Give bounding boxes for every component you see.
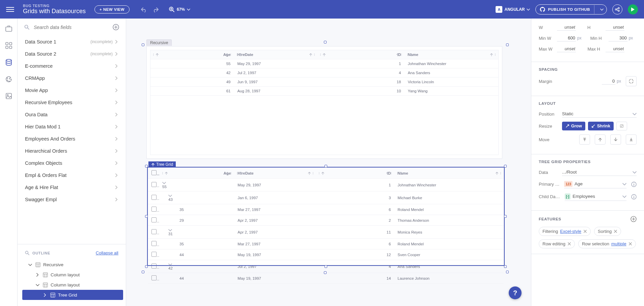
framework-selector[interactable]: A ANGULAR bbox=[496, 6, 530, 13]
chevron-right-icon bbox=[115, 185, 118, 189]
share-button[interactable] bbox=[612, 4, 622, 14]
datasource-item[interactable]: Movie App bbox=[18, 84, 126, 96]
row-checkbox[interactable] bbox=[151, 241, 157, 246]
publish-dropdown[interactable] bbox=[598, 8, 605, 11]
table-row[interactable]: 35 Mar 27, 19976Roland Mendel bbox=[148, 204, 504, 215]
margin-input[interactable] bbox=[602, 78, 615, 85]
move-down-button[interactable] bbox=[610, 134, 621, 145]
max-width-input[interactable] bbox=[557, 45, 576, 52]
datasource-item[interactable]: Employees And Orders bbox=[18, 133, 126, 145]
table-row[interactable]: 42Jul 2, 19974Ana Sanders bbox=[150, 68, 498, 78]
feature-chip[interactable]: Sorting bbox=[594, 227, 621, 236]
height-input[interactable] bbox=[606, 24, 624, 31]
position-select[interactable]: Static bbox=[562, 110, 637, 118]
margin-edit-button[interactable] bbox=[626, 76, 637, 86]
feature-chip[interactable]: FilteringExcel-style bbox=[539, 227, 591, 236]
resize-edit-button[interactable] bbox=[616, 122, 627, 130]
chip-remove[interactable] bbox=[583, 230, 587, 233]
datasource-item[interactable]: Hierarchical Orders bbox=[18, 145, 126, 157]
info-icon[interactable] bbox=[631, 182, 637, 187]
design-canvas[interactable]: Recursive Age HireDate ID Name 55May 29,… bbox=[126, 19, 531, 306]
min-height-input[interactable] bbox=[609, 35, 627, 41]
redo-icon[interactable] bbox=[152, 5, 161, 14]
publish-button[interactable]: PUBLISH TO GITHUB bbox=[535, 4, 607, 14]
datasource-item[interactable]: E-commerce bbox=[18, 60, 126, 72]
preview-button[interactable] bbox=[628, 4, 638, 14]
primary-key-select[interactable]: 123Age bbox=[564, 180, 626, 188]
search-icon bbox=[25, 251, 30, 255]
table-row[interactable]: 42 Jul 2, 19974Ana Sanders bbox=[148, 260, 504, 273]
datasource-item[interactable]: Empl & Orders Flat bbox=[18, 169, 126, 181]
feature-chip[interactable]: Row editing bbox=[539, 239, 575, 248]
chip-remove[interactable] bbox=[628, 242, 632, 246]
toolbox-icon[interactable] bbox=[5, 25, 13, 33]
assets-icon[interactable] bbox=[5, 92, 13, 100]
row-checkbox[interactable] bbox=[151, 182, 157, 187]
datasource-item[interactable]: Complex Objects bbox=[18, 157, 126, 169]
theme-icon[interactable] bbox=[5, 75, 13, 83]
components-icon[interactable] bbox=[5, 41, 13, 50]
selection-tag[interactable]: Tree Grid bbox=[148, 161, 176, 167]
svg-point-17 bbox=[7, 80, 8, 81]
github-icon bbox=[540, 7, 545, 12]
data-icon[interactable] bbox=[5, 58, 13, 66]
row-checkbox[interactable] bbox=[151, 252, 157, 257]
grid-recursive[interactable]: Age HireDate ID Name 55May 29, 19971John… bbox=[146, 46, 502, 159]
datasource-item[interactable]: Data Source 1(incomplete) bbox=[18, 36, 126, 48]
datasource-item[interactable]: Swagger Empl bbox=[18, 193, 126, 206]
child-data-select[interactable]: [·]Employees bbox=[565, 192, 626, 201]
min-width-input[interactable] bbox=[557, 35, 576, 41]
add-feature-button[interactable] bbox=[631, 216, 637, 222]
table-row[interactable]: 55 May 29, 19971Johnathan Winchester bbox=[148, 179, 504, 191]
feature-chip[interactable]: Row selectionmultiple bbox=[578, 239, 636, 248]
datasource-item[interactable]: Hier Data Mod 1 bbox=[18, 121, 126, 133]
new-view-button[interactable]: + NEW VIEW bbox=[94, 5, 130, 13]
chip-remove[interactable] bbox=[567, 242, 571, 246]
row-checkbox[interactable] bbox=[151, 195, 157, 200]
table-row[interactable]: 43 Jan 6, 19973Michael Burke bbox=[148, 191, 504, 204]
undo-icon[interactable] bbox=[139, 5, 148, 14]
table-row[interactable]: 44 May 19, 199714Laurence Johnson bbox=[148, 273, 504, 284]
table-row[interactable]: 49Jun 9, 199718Victoria Lincoln bbox=[150, 78, 498, 87]
move-bottom-button[interactable] bbox=[626, 134, 637, 145]
search-input[interactable] bbox=[33, 24, 109, 30]
outline-title: OUTLINE bbox=[32, 251, 96, 255]
datasource-item[interactable]: CRMApp bbox=[18, 72, 126, 84]
row-checkbox[interactable] bbox=[151, 229, 157, 234]
row-checkbox[interactable] bbox=[151, 264, 157, 269]
title-block: BUG TESTING Grids with Datasources bbox=[23, 4, 86, 15]
table-row[interactable]: 29 Apr 2, 19972Thomas Anderson bbox=[148, 215, 504, 226]
chip-remove[interactable] bbox=[614, 230, 617, 233]
datasource-item[interactable]: Age & Hire Flat bbox=[18, 181, 126, 193]
row-checkbox[interactable] bbox=[151, 275, 157, 280]
info-icon[interactable] bbox=[631, 194, 637, 200]
datasource-item[interactable]: Recursive Employees bbox=[18, 96, 126, 109]
move-up-button[interactable] bbox=[595, 134, 606, 145]
view-tag-recursive[interactable]: Recursive bbox=[146, 39, 172, 46]
datasource-item[interactable]: Oura Data bbox=[18, 109, 126, 121]
add-datasource-button[interactable] bbox=[113, 24, 119, 30]
help-fab[interactable]: ? bbox=[509, 286, 522, 299]
collapse-all-link[interactable]: Collapse all bbox=[96, 250, 118, 255]
move-top-button[interactable] bbox=[579, 134, 590, 145]
table-row[interactable]: 35 Mar 27, 19976Roland Mendel bbox=[148, 239, 504, 249]
table-row[interactable]: 55May 29, 19971Johnathan Winchester bbox=[150, 59, 498, 68]
outline-node[interactable]: Recursive bbox=[22, 259, 123, 270]
table-row[interactable]: 44 May 19, 199712Sven Cooper bbox=[148, 249, 504, 260]
data-select[interactable]: .../Root bbox=[562, 169, 637, 176]
grow-button[interactable]: Grow bbox=[562, 122, 585, 130]
tree-grid-component[interactable]: Age HireDate ID Name 55 May 29, 19971Joh… bbox=[148, 167, 504, 265]
zoom-control[interactable]: 67% bbox=[169, 6, 190, 12]
menu-icon[interactable] bbox=[6, 7, 14, 12]
row-checkbox[interactable] bbox=[151, 207, 157, 212]
row-checkbox[interactable] bbox=[151, 217, 157, 222]
table-row[interactable]: 61Aug 28, 199710Yang Wang bbox=[150, 87, 498, 96]
datasource-item[interactable]: Data Source 2(incomplete) bbox=[18, 48, 126, 60]
outline-node[interactable]: Tree Grid bbox=[22, 290, 123, 300]
max-height-input[interactable] bbox=[606, 45, 624, 52]
width-input[interactable] bbox=[557, 24, 576, 31]
table-row[interactable]: 31 Apr 2, 199711Monica Reyes bbox=[148, 226, 504, 239]
outline-node[interactable]: Column layout bbox=[22, 270, 123, 280]
outline-node[interactable]: Column layout bbox=[22, 280, 123, 290]
shrink-button[interactable]: Shrink bbox=[588, 122, 614, 130]
